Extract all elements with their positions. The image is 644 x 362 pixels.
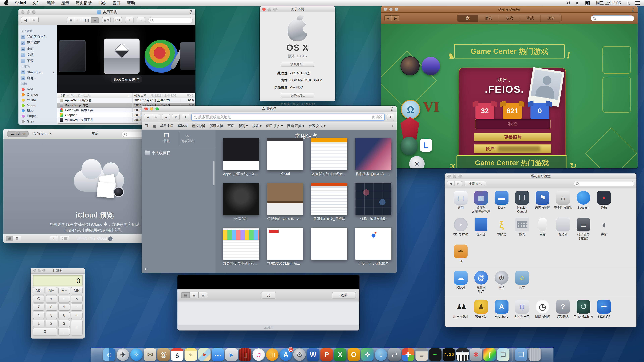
notes[interactable]: ✎ [185, 349, 197, 361]
menu-item[interactable]: 窗口 [112, 0, 120, 6]
pref-icon[interactable] [474, 218, 488, 231]
url-input[interactable] [198, 115, 370, 119]
topsite-tile[interactable]: 赶集网-更专业的分类信息... [223, 228, 259, 266]
topsite-thumbnail[interactable] [355, 138, 392, 170]
pref-icon[interactable]: ● [597, 191, 611, 205]
bookmark-item[interactable]: 新浪微博 [192, 124, 205, 128]
pref-item[interactable]: ◷日期与时间 [532, 300, 553, 319]
menu-clock[interactable]: 周三 上午2:05 [596, 0, 621, 6]
add-folder-button[interactable]: + [144, 267, 147, 272]
pref-icon[interactable]: ⚑ [536, 191, 550, 205]
reader-button[interactable]: 阅读器 [372, 115, 382, 119]
calc-key[interactable]: MC [33, 287, 44, 294]
pref-item[interactable]: ✒Ink [450, 245, 471, 263]
list-view-button[interactable]: ☰ [75, 17, 83, 23]
network-download[interactable]: ↓ [375, 349, 387, 361]
pref-icon[interactable]: ξ [495, 218, 508, 231]
pref-icon[interactable]: ψ [515, 300, 529, 314]
topsite-tile[interactable]: 维基百科 [223, 183, 259, 221]
pref-icon[interactable]: ▬ [495, 191, 508, 205]
sidebar-shared-item[interactable]: ▣所有... [21, 76, 57, 80]
pref-item[interactable]: ◇共享 [512, 271, 532, 293]
led-clock[interactable]: 7:36 [443, 349, 455, 361]
account-ribbon[interactable]: 帐户: [474, 144, 552, 153]
new-tab-button[interactable]: + [182, 114, 189, 120]
pref-icon[interactable]: ♟ [474, 300, 488, 314]
sidebar-item[interactable]: ▤我的所有文件 [21, 34, 57, 39]
menu-item[interactable]: 书签 [98, 0, 106, 6]
topsite-tile[interactable]: Apple (中国大陆) - 官方... [223, 138, 259, 176]
topsites-grid-icon[interactable]: ▦ [152, 124, 156, 128]
volume-icon[interactable] [576, 1, 580, 5]
calc-key[interactable]: ± [46, 295, 57, 302]
sidebar-tag-item[interactable]: Red [21, 87, 57, 91]
pref-item[interactable]: ❐Mission Control [512, 191, 532, 213]
menu-item[interactable]: 文件 [32, 0, 40, 6]
tab-bookmarks[interactable]: ❒书签 [163, 132, 170, 143]
topsite-thumbnail[interactable] [355, 228, 392, 260]
pref-item[interactable]: ↺Time Machine [573, 300, 594, 319]
image-capture[interactable]: ❏ [497, 349, 510, 361]
pref-icon[interactable]: ◷ [536, 300, 550, 314]
finder-search-field[interactable] [148, 17, 193, 23]
icloud-source-button[interactable]: ☁iCloud [7, 131, 29, 137]
finder-titlebar[interactable]: 实用工具 ◥◣ [18, 9, 196, 15]
add-bookmark-button[interactable]: + [392, 124, 394, 128]
colorsync-utility[interactable]: ✱ [470, 349, 482, 361]
sidebar-tag-item[interactable]: Orange [21, 93, 57, 96]
pref-item[interactable]: 键盘 [512, 218, 532, 240]
share-button[interactable]: ⇧ [125, 17, 134, 23]
grid-view-button[interactable]: ▦ [6, 236, 14, 241]
tags-button[interactable]: ▱ [137, 17, 145, 23]
pref-item[interactable]: CD 与 DVD [450, 218, 471, 240]
pref-icon[interactable] [515, 218, 529, 231]
calc-key[interactable]: − [71, 304, 82, 311]
pref-item[interactable]: ◖声音 [594, 218, 614, 240]
calc-key[interactable]: × [71, 295, 82, 302]
pref-item[interactable]: ●通知 [594, 191, 614, 213]
finder-window-controls[interactable] [21, 10, 36, 14]
sidebar-item[interactable]: ❏文稿 [21, 53, 57, 57]
pref-icon[interactable]: @ [474, 271, 488, 285]
pref-icon[interactable]: ◇ [515, 271, 529, 285]
sysprefs-search-field[interactable] [574, 181, 634, 186]
address-bar[interactable]: 阅读器 [191, 114, 384, 120]
calendar[interactable]: 6 [171, 349, 184, 361]
coverflow-item-colorsync[interactable] [144, 40, 178, 72]
topsite-tile[interactable]: 腾讯微博_你的心声，世界... [355, 138, 392, 176]
mail[interactable]: ✉ [144, 349, 156, 361]
outlook[interactable]: O [348, 349, 360, 361]
sidebar-tag-item[interactable]: Purple [21, 114, 57, 118]
pref-icon[interactable]: ⊕ [495, 271, 508, 285]
ibooks[interactable]: ◫ [266, 349, 278, 361]
about-titlebar[interactable]: 关于本机 [260, 6, 336, 12]
grapher[interactable]: ∫ [484, 349, 496, 361]
coverflow-area[interactable]: Boot Camp 助理 [57, 25, 196, 93]
pref-item[interactable]: ▭打印机与 扫描仪 [573, 218, 594, 240]
menu-item[interactable]: 帮助 [127, 0, 135, 6]
arrange-button[interactable]: ▤ ▾ [102, 17, 110, 23]
coverflow-view-button[interactable]: ▣ [91, 17, 99, 23]
pref-icon[interactable]: ↺ [576, 300, 590, 314]
list-view-button[interactable]: ☰ [14, 236, 21, 241]
sidebar-tag-item[interactable]: Yellow [21, 98, 57, 102]
safari-window-controls[interactable] [144, 107, 159, 110]
game-center-titlebar[interactable]: Game Center ◥◣ [381, 6, 638, 12]
game-avatar-illustration[interactable] [422, 57, 440, 75]
effects-button[interactable]: 效果 [332, 292, 356, 299]
topsite-tile[interactable]: 京东(JD.COM)-正品低价... [267, 228, 303, 266]
topsite-tile[interactable]: 百度一下，你就知道 [355, 228, 392, 266]
active-app-menu[interactable]: Safari [15, 1, 26, 5]
game-icon-furry-creature[interactable] [401, 137, 418, 155]
messages[interactable]: … [212, 349, 224, 361]
pref-item[interactable]: ✳辅助功能 [594, 300, 614, 319]
gc-tab[interactable]: 邀请 [540, 15, 561, 22]
game-avatar-photo[interactable] [400, 56, 420, 75]
calc-key[interactable]: C [33, 295, 44, 302]
bookmark-item[interactable]: 百度 [228, 124, 234, 128]
calculator-titlebar[interactable]: 计算器 [31, 268, 85, 274]
favorites-folder-row[interactable]: 个人收藏栏 [145, 150, 170, 156]
downloads[interactable]: ❒ [515, 349, 528, 361]
gc-tab[interactable]: 挑战 [520, 15, 540, 22]
share-button[interactable]: ⇧ [172, 114, 180, 120]
